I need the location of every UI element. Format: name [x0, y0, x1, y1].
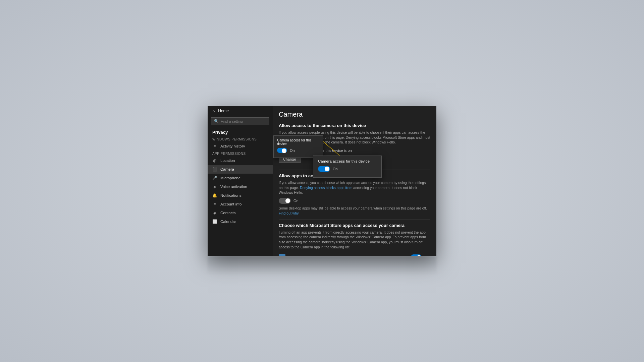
home-label: Home: [218, 109, 229, 113]
notifications-label: Notifications: [220, 193, 241, 197]
window-reflection: [208, 256, 436, 275]
activity-history-icon: ≡: [212, 144, 217, 148]
sidebar-item-notifications[interactable]: 🔔 Notifications: [208, 191, 273, 200]
location-icon: ◎: [212, 158, 217, 163]
section3-desc: Turning off an app prevents it from dire…: [279, 230, 430, 250]
location-label: Location: [220, 159, 235, 163]
account-info-label: Account info: [220, 202, 241, 206]
tooltip-large-toggle-row: On: [318, 166, 377, 172]
3d-viewer-icon: 3D: [279, 254, 285, 256]
tooltip-large-toggle[interactable]: [318, 166, 330, 172]
home-icon: ⌂: [212, 109, 215, 113]
tooltip-small: Camera access for this device On: [273, 135, 323, 158]
activity-history-label: Activity history: [220, 144, 245, 148]
section3-title: Choose which Microsoft Store apps can ac…: [279, 223, 430, 228]
microphone-icon: 🎤: [212, 176, 217, 180]
3d-viewer-name: 3D Viewer: [289, 255, 408, 256]
apps-toggle[interactable]: [279, 198, 291, 204]
apps-toggle-label: On: [293, 199, 299, 203]
section1-title: Allow access to the camera on this devic…: [279, 123, 430, 128]
section2-desc: If you allow access, you can choose whic…: [279, 180, 430, 195]
tooltip-small-toggle-row: On: [277, 148, 319, 153]
sidebar-item-microphone[interactable]: 🎤 Microphone: [208, 174, 273, 182]
contacts-label: Contacts: [220, 211, 235, 215]
sidebar-item-activity-history[interactable]: ≡ Activity history: [208, 142, 273, 150]
search-input[interactable]: [221, 119, 266, 123]
app-list-item: 3D 3D Viewer On: [279, 252, 430, 256]
privacy-section-label: Privacy: [208, 128, 273, 136]
search-icon: 🔍: [214, 119, 219, 123]
search-box[interactable]: 🔍: [211, 117, 269, 125]
app-permissions-header: App permissions: [208, 150, 273, 156]
tooltip-small-title: Camera access for this device: [277, 138, 319, 146]
sidebar-item-location[interactable]: ◎ Location: [208, 156, 273, 165]
find-out-why-link[interactable]: Find out why: [279, 211, 299, 215]
tooltip-large: Camera access for this device On: [313, 156, 382, 178]
sidebar-item-contacts[interactable]: ◈ Contacts: [208, 208, 273, 217]
calendar-label: Calendar: [220, 220, 236, 224]
tooltip-large-toggle-label: On: [333, 167, 338, 171]
section2-note: Some desktop apps may still be able to a…: [279, 206, 430, 216]
tooltip-small-toggle[interactable]: [277, 148, 287, 153]
voice-activation-icon: ◈: [212, 184, 217, 189]
camera-label: Camera: [220, 167, 234, 171]
notifications-icon: 🔔: [212, 193, 217, 198]
main-content: Camera Allow access to the camera on thi…: [273, 106, 436, 256]
voice-activation-label: Voice activation: [220, 185, 247, 189]
page-title: Camera: [279, 111, 430, 118]
sidebar-item-voice-activation[interactable]: ◈ Voice activation: [208, 182, 273, 191]
3d-viewer-toggle-label: On: [425, 255, 430, 256]
tooltip-small-toggle-label: On: [290, 148, 295, 153]
microphone-label: Microphone: [220, 176, 240, 180]
tooltip-large-title: Camera access for this device: [318, 159, 377, 163]
sidebar-item-home[interactable]: ⌂ Home: [208, 106, 273, 116]
divider-2: [279, 219, 430, 220]
settings-window: ⌂ Home 🔍 Privacy Windows permissions ≡ A…: [208, 106, 436, 256]
sidebar: ⌂ Home 🔍 Privacy Windows permissions ≡ A…: [208, 106, 273, 256]
contacts-icon: ◈: [212, 210, 217, 215]
sidebar-item-camera[interactable]: ⬛ Camera: [208, 165, 273, 174]
apps-toggle-row: On: [279, 198, 430, 204]
windows-permissions-header: Windows permissions: [208, 136, 273, 142]
sidebar-item-calendar[interactable]: ⬜ Calendar: [208, 217, 273, 226]
account-info-icon: ≡: [212, 202, 217, 206]
camera-icon: ⬛: [212, 167, 217, 172]
sidebar-item-account-info[interactable]: ≡ Account info: [208, 200, 273, 208]
calendar-icon: ⬜: [212, 219, 217, 224]
3d-viewer-toggle[interactable]: [411, 254, 422, 256]
